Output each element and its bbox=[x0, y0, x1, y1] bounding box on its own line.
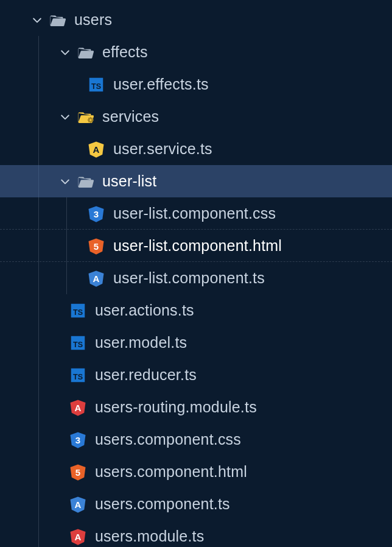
file-label: users.component.ts bbox=[95, 495, 230, 513]
folder-services[interactable]: services bbox=[0, 101, 392, 133]
typescript-icon bbox=[67, 366, 89, 384]
html-icon bbox=[67, 463, 89, 481]
file-user-service-ts[interactable]: user.service.ts bbox=[0, 133, 392, 165]
folder-users[interactable]: users bbox=[0, 4, 392, 36]
typescript-icon bbox=[67, 334, 89, 352]
chevron-down-icon bbox=[56, 175, 74, 188]
css-icon bbox=[67, 431, 89, 449]
file-label: user.model.ts bbox=[95, 334, 187, 351]
typescript-icon bbox=[67, 302, 89, 320]
folder-open-icon bbox=[74, 172, 96, 191]
file-user-reducer-ts[interactable]: user.reducer.ts bbox=[0, 359, 392, 391]
file-label: user.service.ts bbox=[113, 140, 212, 158]
angular-service-icon bbox=[85, 140, 107, 158]
angular-component-icon bbox=[85, 269, 107, 288]
file-tree: users effects user.effects.ts services u… bbox=[0, 0, 392, 547]
chevron-down-icon bbox=[56, 111, 74, 123]
file-label: users.component.css bbox=[95, 431, 241, 448]
folder-open-icon bbox=[46, 11, 68, 29]
angular-component-icon bbox=[67, 495, 89, 513]
file-users-routing-module-ts[interactable]: users-routing.module.ts bbox=[0, 391, 392, 423]
file-label: user.effects.ts bbox=[113, 76, 209, 93]
file-user-list-ts[interactable]: user-list.component.ts bbox=[0, 262, 392, 294]
file-label: users-routing.module.ts bbox=[95, 398, 257, 416]
file-label: users.component.html bbox=[95, 463, 247, 481]
folder-label: effects bbox=[102, 43, 148, 61]
file-user-actions-ts[interactable]: user.actions.ts bbox=[0, 294, 392, 326]
folder-label: user-list bbox=[102, 172, 156, 190]
typescript-icon bbox=[85, 76, 107, 94]
file-user-list-html[interactable]: user-list.component.html bbox=[0, 230, 392, 262]
chevron-down-icon bbox=[56, 46, 74, 58]
file-label: users.module.ts bbox=[95, 528, 204, 545]
html-icon bbox=[85, 237, 107, 255]
file-users-component-css[interactable]: users.component.css bbox=[0, 423, 392, 456]
folder-label: users bbox=[74, 11, 112, 29]
file-user-effects-ts[interactable]: user.effects.ts bbox=[0, 68, 392, 101]
file-label: user-list.component.html bbox=[113, 237, 282, 255]
folder-services-icon bbox=[74, 108, 96, 126]
file-label: user.reducer.ts bbox=[95, 366, 197, 384]
angular-module-icon bbox=[67, 528, 89, 546]
folder-user-list[interactable]: user-list bbox=[0, 165, 392, 197]
file-users-component-ts[interactable]: users.component.ts bbox=[0, 488, 392, 520]
file-user-list-css[interactable]: user-list.component.css bbox=[0, 197, 392, 230]
folder-open-icon bbox=[74, 43, 96, 62]
file-users-component-html[interactable]: users.component.html bbox=[0, 456, 392, 488]
file-user-model-ts[interactable]: user.model.ts bbox=[0, 326, 392, 359]
file-label: user-list.component.ts bbox=[113, 269, 265, 287]
file-label: user.actions.ts bbox=[95, 302, 194, 319]
css-icon bbox=[85, 205, 107, 223]
folder-label: services bbox=[102, 108, 159, 125]
folder-effects[interactable]: effects bbox=[0, 36, 392, 68]
angular-module-icon bbox=[67, 398, 89, 417]
chevron-down-icon bbox=[28, 14, 46, 26]
file-label: user-list.component.css bbox=[113, 205, 276, 222]
file-users-module-ts[interactable]: users.module.ts bbox=[0, 520, 392, 547]
